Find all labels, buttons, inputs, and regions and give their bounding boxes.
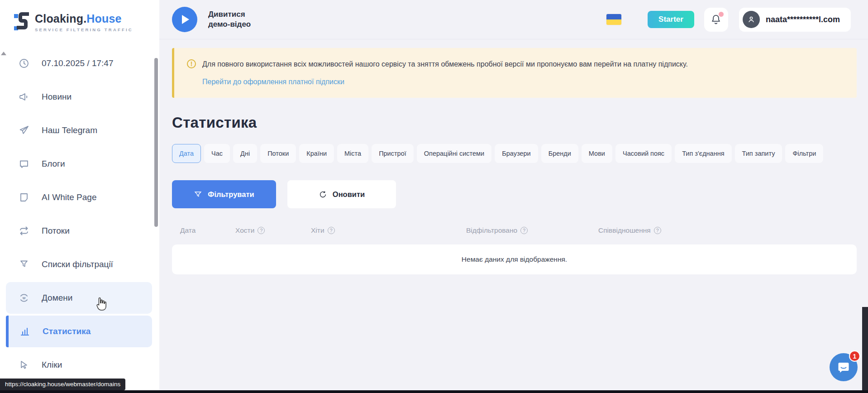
streams-icon	[18, 225, 30, 237]
help-icon[interactable]: ?	[258, 227, 265, 234]
chat-bubble-icon	[836, 360, 851, 374]
plan-badge-button[interactable]: Starter	[648, 11, 694, 28]
sidebar-item-label: Новини	[42, 92, 72, 102]
sidebar-item-telegram[interactable]: Наш Telegram	[0, 115, 152, 146]
filter-chip[interactable]: Дата	[172, 144, 201, 163]
filter-button[interactable]: Фільтрувати	[172, 180, 276, 208]
funnel-icon	[194, 190, 202, 199]
svg-text:w: w	[22, 296, 26, 300]
blogs-icon	[18, 158, 30, 170]
warning-icon: !	[187, 59, 196, 68]
filter-chip[interactable]: Дні	[233, 144, 257, 163]
notification-dot	[719, 12, 724, 17]
link-status-bar: https://cloaking.house/webmaster/domains	[0, 379, 125, 390]
filter-chip[interactable]: Бренди	[541, 144, 578, 163]
news-icon	[18, 91, 30, 103]
sidebar: Cloaking.House SERVICE FILTERING TRAFFIC…	[0, 0, 159, 393]
filter-chip[interactable]: Потоки	[260, 144, 296, 163]
trial-warning-text: Для повного використання всіх можливосте…	[202, 59, 688, 70]
sidebar-item-label: Кліки	[42, 360, 62, 370]
filter-chip[interactable]: Тип з'єднання	[675, 144, 731, 163]
table-header: ДатаХости?Хіти?Відфільтровано?Співвіднош…	[172, 226, 857, 235]
brand-logo[interactable]: Cloaking.House SERVICE FILTERING TRAFFIC	[14, 11, 133, 34]
filter-chip[interactable]: Фільтри	[785, 144, 823, 163]
filter-chip[interactable]: Мови	[582, 144, 612, 163]
sidebar-item-filter-lists[interactable]: Списки фільтрації	[0, 249, 152, 280]
sidebar-item-label: AI White Page	[42, 192, 96, 202]
filter-chip[interactable]: Країни	[299, 144, 334, 163]
language-flag-ua[interactable]	[606, 14, 621, 25]
user-account-chip[interactable]: naata**********l.com	[739, 8, 851, 32]
refresh-button[interactable]: Оновити	[287, 180, 396, 208]
sidebar-item-label: Домени	[42, 293, 72, 303]
actions-row: Фільтрувати Оновити	[172, 180, 857, 208]
column-header: Хости?	[235, 226, 311, 235]
statistics-icon	[19, 326, 31, 337]
demo-video-label[interactable]: Дивитися демо-відео	[208, 10, 251, 29]
filter-chip[interactable]: Міста	[337, 144, 368, 163]
filter-chips: ДатаЧасДніПотокиКраїниМістаПристроїОпера…	[172, 144, 857, 163]
sidebar-menu: 07.10.2025 / 17:47НовиниНаш TelegramБлог…	[0, 48, 152, 383]
column-header: Дата	[180, 226, 235, 235]
clicks-icon	[18, 359, 30, 371]
demo-video-play-button[interactable]	[172, 7, 197, 32]
sidebar-item-streams[interactable]: Потоки	[0, 215, 152, 247]
telegram-icon	[18, 125, 30, 136]
app-window: Cloaking.House SERVICE FILTERING TRAFFIC…	[0, 0, 868, 393]
filter-lists-icon	[18, 259, 30, 270]
sidebar-item-label: Статистика	[43, 326, 91, 336]
sidebar-item-label: 07.10.2025 / 17:47	[42, 58, 113, 68]
help-icon[interactable]: ?	[328, 227, 335, 234]
sidebar-item-news[interactable]: Новини	[0, 81, 152, 113]
play-icon	[182, 15, 189, 24]
avatar	[743, 11, 760, 28]
user-email: naata**********l.com	[766, 15, 840, 24]
chat-unread-badge: 1	[849, 350, 860, 362]
sidebar-item-label: Наш Telegram	[42, 125, 97, 135]
sidebar-item-label: Списки фільтрації	[42, 259, 113, 269]
filter-chip[interactable]: Браузери	[495, 144, 538, 163]
sidebar-item-blogs[interactable]: Блоги	[0, 148, 152, 180]
page-title: Статистика	[172, 114, 857, 131]
trial-warning-banner: ! Для повного використання всіх можливос…	[172, 48, 857, 98]
sidebar-item-label: Блоги	[42, 159, 65, 169]
help-icon[interactable]: ?	[520, 227, 528, 234]
sidebar-item-clicks[interactable]: Кліки	[0, 349, 152, 381]
sidebar-item-domains[interactable]: wДомени	[6, 282, 152, 314]
filter-chip[interactable]: Час	[204, 144, 230, 163]
ai-white-page-icon	[18, 192, 30, 203]
main-content: ! Для повного використання всіх можливос…	[159, 40, 868, 393]
brand-logo-icon	[14, 11, 29, 34]
domains-icon: w	[18, 292, 30, 304]
sidebar-item-statistics[interactable]: Статистика	[6, 316, 152, 347]
filter-chip[interactable]: Часовий пояс	[615, 144, 672, 163]
filter-chip[interactable]: Операційні системи	[417, 144, 491, 163]
filter-chip[interactable]: Тип запиту	[735, 144, 782, 163]
brand-tagline: SERVICE FILTERING TRAFFIC	[35, 27, 133, 32]
table-empty-state: Немає даних для відображення.	[172, 244, 857, 274]
sidebar-item-datetime[interactable]: 07.10.2025 / 17:47	[0, 48, 152, 79]
window-edge-bottom	[0, 390, 868, 393]
column-header: Хіти?	[311, 226, 466, 235]
sidebar-item-label: Потоки	[42, 226, 70, 236]
upgrade-subscription-link[interactable]: Перейти до оформлення платної підписки	[202, 78, 344, 86]
sidebar-item-ai-white-page[interactable]: AI White Page	[0, 182, 152, 213]
window-edge-right	[862, 307, 868, 393]
top-header: Дивитися демо-відео Starter naata*******…	[159, 0, 868, 39]
column-header: Відфільтровано?	[466, 226, 598, 235]
support-chat-button[interactable]: 1	[830, 353, 858, 381]
scrollbar-thumb[interactable]	[154, 58, 158, 227]
notifications-button[interactable]	[704, 8, 728, 32]
user-icon	[747, 15, 756, 24]
refresh-icon	[319, 190, 327, 199]
brand-name: Cloaking.House	[35, 12, 133, 25]
scrollbar-up-arrow[interactable]	[1, 52, 6, 55]
help-icon[interactable]: ?	[654, 227, 661, 234]
datetime-icon	[18, 58, 30, 69]
column-header: Співвідношення?	[598, 226, 857, 235]
filter-chip[interactable]: Пристрої	[372, 144, 414, 163]
